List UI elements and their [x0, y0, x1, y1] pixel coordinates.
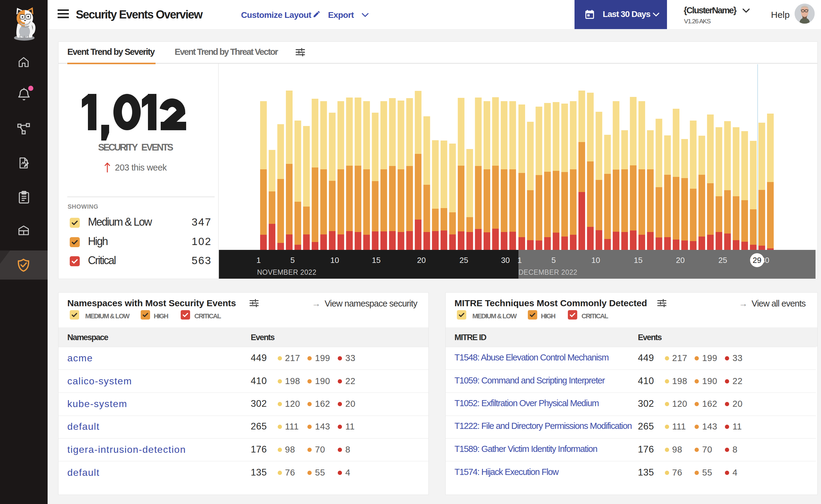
- svg-text:10: 10: [591, 256, 600, 265]
- svg-text:DECEMBER 2022: DECEMBER 2022: [518, 268, 577, 276]
- svg-text:15: 15: [372, 256, 381, 265]
- svg-text:30: 30: [501, 256, 510, 265]
- svg-text:20: 20: [417, 256, 426, 265]
- svg-text:1: 1: [517, 256, 522, 265]
- svg-text:20: 20: [676, 256, 685, 265]
- svg-text:25: 25: [719, 256, 727, 265]
- svg-text:25: 25: [460, 256, 468, 265]
- svg-text:5: 5: [291, 256, 295, 265]
- svg-text:5: 5: [551, 256, 556, 265]
- svg-text:10: 10: [331, 256, 339, 265]
- svg-text:29: 29: [753, 256, 762, 265]
- svg-text:15: 15: [634, 256, 643, 265]
- svg-text:NOVEMBER 2022: NOVEMBER 2022: [257, 268, 317, 276]
- svg-text:1: 1: [257, 256, 261, 265]
